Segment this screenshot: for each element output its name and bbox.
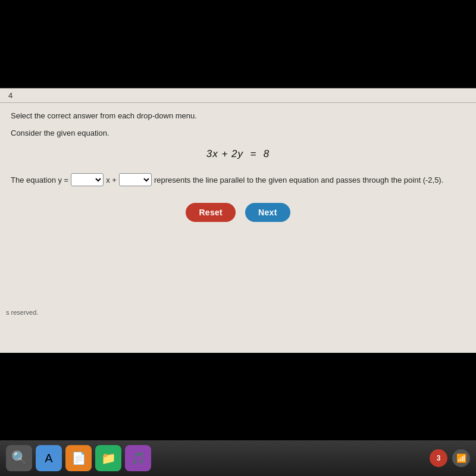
consider-text: Consider the given equation. [11,129,465,137]
equation-line-prefix: The equation y = [11,176,68,184]
taskbar-app-icon-1[interactable]: A [36,445,62,471]
taskbar-right: 3 📶 [430,449,470,467]
taskbar-app-icon-3[interactable]: 📁 [95,445,121,471]
intercept-dropdown[interactable]: 2 3 4 5 6 8 [119,173,152,186]
instruction-text: Select the correct answer from each drop… [11,111,465,120]
reserved-text: s reserved. [6,309,38,316]
taskbar-left: 🔍 A 📄 📁 🎵 [6,445,151,471]
reset-button[interactable]: Reset [186,203,236,222]
top-black-area [0,0,476,88]
equation-line-middle: x + [106,176,117,184]
taskbar-app-icon-2[interactable]: 📄 [65,445,92,471]
taskbar-wifi-icon[interactable]: 📶 [452,449,470,467]
taskbar: 🔍 A 📄 📁 🎵 3 📶 [0,440,476,476]
question-body: Select the correct answer from each drop… [0,103,476,353]
next-button[interactable]: Next [245,203,290,222]
taskbar-finder-icon[interactable]: 🔍 [6,445,32,471]
main-content: 4 Select the correct answer from each dr… [0,88,476,353]
equation-line: The equation y = -3/2 -1 0 1 3/2 2 x + 2… [11,173,465,186]
equation-line-suffix: represents the line parallel to the give… [154,176,443,184]
question-number-bar: 4 [0,88,476,103]
screen: 4 Select the correct answer from each dr… [0,0,476,476]
taskbar-app-icon-4[interactable]: 🎵 [125,445,151,471]
equation-text: 3x + 2y = 8 [206,148,270,159]
taskbar-status-icon[interactable]: 3 [430,449,447,467]
equation-display: 3x + 2y = 8 [11,148,465,160]
slope-dropdown[interactable]: -3/2 -1 0 1 3/2 2 [71,173,104,186]
buttons-row: Reset Next [11,203,465,222]
question-number: 4 [8,91,12,100]
